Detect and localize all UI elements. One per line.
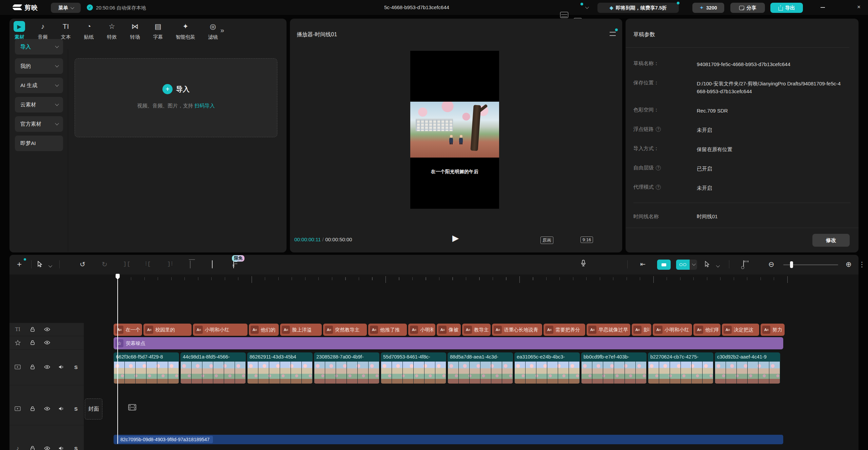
media-tab[interactable]: ◎ 滤镜 [208, 21, 218, 40]
video-clip[interactable]: b2270624-cb7c-4275- [648, 352, 713, 384]
text-clip[interactable]: 需要把养分 [544, 324, 585, 336]
text-clip[interactable]: 小明和小红 [193, 324, 248, 336]
help-icon[interactable] [656, 165, 661, 170]
effect-clip[interactable]: 荧幕噪点 [114, 337, 783, 349]
split-keep-left-icon[interactable]: ⁝[ [145, 260, 151, 269]
speaker-icon[interactable] [58, 445, 64, 450]
audio-clip[interactable]: 82c7095b-09d8-4903-9f8d-97a318189547 [114, 435, 783, 444]
text-clip[interactable]: 小明和小红 [653, 324, 692, 336]
speaker-icon[interactable] [58, 364, 64, 370]
solo-toggle[interactable]: S [73, 445, 79, 450]
text-clip[interactable]: 决定把这 [722, 324, 759, 336]
select-tool-icon[interactable] [37, 261, 42, 269]
eye-icon[interactable] [44, 326, 50, 332]
media-tab[interactable]: ♪ 音频 [37, 21, 48, 40]
text-clip[interactable]: 他们明 [693, 324, 721, 336]
import-dropzone[interactable] [75, 58, 277, 137]
video-clip[interactable]: 23085288-7a00-4b9f- [314, 352, 379, 384]
modify-button[interactable]: 修改 [812, 234, 850, 247]
lock-icon[interactable] [29, 364, 36, 370]
text-clip[interactable]: 脸上洋溢 [280, 324, 322, 336]
text-clip[interactable]: 校园里的 [143, 324, 192, 336]
text-clip[interactable]: 突然教导主 [323, 324, 367, 336]
video-clip[interactable]: 44c98d1a-8fd5-4566- [180, 352, 246, 384]
video-clip[interactable]: 662f3c68-f5d7-4f29-8 [114, 352, 179, 384]
lock-icon[interactable] [29, 326, 36, 332]
vip-renew-button[interactable]: ◆ 即将到期，续费享7.5折 [597, 3, 679, 13]
eye-icon[interactable] [44, 445, 50, 450]
menu-button[interactable]: 菜单 [51, 3, 81, 13]
media-tab[interactable]: ☆ 特效 [106, 21, 117, 40]
zoom-in-icon[interactable]: ⊕ [846, 260, 852, 269]
solo-toggle[interactable]: S [73, 364, 79, 370]
video-clip[interactable]: bb0cd9fb-e7ef-403b- [581, 352, 647, 384]
scan-import-link[interactable]: 扫码导入 [195, 103, 215, 108]
media-tab[interactable]: ◔ 贴纸 [83, 21, 94, 40]
add-track-button[interactable]: + [17, 260, 22, 269]
export-button[interactable]: 导出 [770, 3, 803, 13]
playhead-line[interactable] [117, 274, 118, 444]
sidebar-item[interactable]: AI 生成 [15, 78, 63, 93]
link-toggle[interactable] [676, 260, 690, 270]
link-toggle-chevron[interactable] [690, 260, 697, 270]
cursor-follow-icon[interactable] [705, 261, 710, 269]
redo-button[interactable]: ↻ [102, 260, 107, 269]
solo-toggle[interactable]: S [73, 406, 79, 412]
filmstrip-icon[interactable] [128, 404, 136, 412]
video-clip[interactable]: 86262911-43d3-45b4 [247, 352, 313, 384]
text-clip[interactable]: 早恋就像过早 [587, 324, 630, 336]
eye-icon[interactable] [44, 364, 50, 370]
text-clip[interactable]: 努力 [761, 324, 785, 336]
text-clip[interactable]: 语重心长地说青 [492, 324, 542, 336]
video-clip[interactable]: c30d92b2-aaef-4c41-9 [715, 352, 780, 384]
snap-icon[interactable]: ⇤ [640, 260, 646, 269]
media-tab[interactable]: ▶ 素材 [14, 21, 25, 40]
help-icon[interactable] [656, 185, 661, 190]
close-button[interactable]: × [857, 4, 861, 11]
undo-button[interactable]: ↺ [80, 260, 85, 269]
video-clip[interactable]: ea31065c-e24b-4bc3- [514, 352, 580, 384]
cover-button[interactable]: 封面 [85, 398, 102, 420]
timeline-ruler-icon[interactable] [743, 260, 744, 269]
text-clip[interactable]: 像被 [437, 324, 461, 336]
media-tab[interactable]: TI 文本 [60, 21, 71, 40]
sidebar-item[interactable]: 云素材 [15, 97, 63, 112]
record-voiceover-icon[interactable] [580, 260, 586, 269]
media-tab[interactable]: ✦ 智能包装 [176, 21, 195, 40]
eye-icon[interactable] [44, 406, 50, 412]
text-clip[interactable]: 小明和 [408, 324, 435, 336]
sidebar-item[interactable]: 我的 [15, 58, 63, 74]
split-icon[interactable]: ][ [123, 260, 131, 269]
sidebar-item[interactable]: 官方素材 [15, 116, 63, 132]
media-tab[interactable]: ▤ 字幕 [153, 21, 163, 40]
lock-icon[interactable] [29, 406, 36, 412]
player-menu-icon[interactable] [610, 32, 616, 36]
text-clip[interactable]: 影响 [632, 324, 651, 336]
quality-selector[interactable]: 原画 [540, 237, 553, 244]
media-tab[interactable]: ⋈ 转场 [130, 21, 140, 40]
ratio-selector[interactable]: 9:16 [580, 237, 593, 243]
speaker-icon[interactable] [58, 406, 64, 412]
text-clip[interactable]: 他们的 [249, 324, 279, 336]
help-icon[interactable] [656, 127, 661, 132]
play-button[interactable]: ▶ [452, 233, 459, 243]
minimize-button[interactable] [821, 7, 825, 8]
sidebar-item[interactable]: 即梦AI [15, 136, 63, 151]
video-clip[interactable]: 88d5a7d8-aea1-4c3d- [448, 352, 513, 384]
lock-icon[interactable] [29, 340, 36, 346]
main-track-magnet-toggle[interactable] [657, 260, 671, 270]
video-clip[interactable]: 55d70953-8461-4f8c- [381, 352, 446, 384]
import-action[interactable]: + 导入 [75, 84, 277, 94]
more-tabs-icon[interactable]: » [220, 26, 224, 34]
share-button[interactable]: 分享 [730, 3, 765, 13]
timeline-options-kebab-icon[interactable]: ⋮ [859, 260, 865, 269]
timeline-ruler[interactable] [118, 277, 792, 280]
split-keep-right-icon[interactable]: ]⁝ [167, 260, 173, 269]
text-clip[interactable]: 他推了推 [368, 324, 407, 336]
delete-button[interactable] [190, 260, 191, 269]
credits-button[interactable]: ✦ 3200 [692, 3, 724, 13]
lock-icon[interactable] [29, 445, 36, 450]
mask-tool-icon[interactable] [212, 260, 213, 269]
sidebar-item[interactable]: 导入 [15, 39, 63, 55]
zoom-out-icon[interactable]: ⊖ [768, 260, 774, 269]
